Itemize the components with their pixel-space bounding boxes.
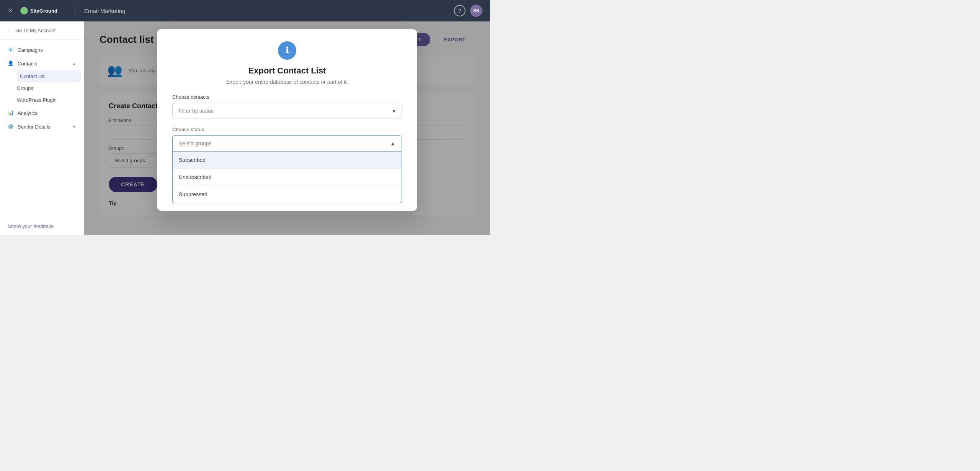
svg-text:SiteGround: SiteGround [30, 8, 57, 14]
modal-overlay[interactable]: ℹ Export Contact List Export your entire… [84, 21, 490, 235]
sidebar-item-analytics[interactable]: 📊 Analytics [0, 106, 84, 120]
go-to-account-label: Go To My Account [15, 28, 56, 33]
filter-by-status-wrapper: Filter by status ▼ [172, 103, 402, 119]
choose-contacts-label: Choose contacts [172, 94, 402, 100]
sidebar: ← Go To My Account 📧 Campaigns 👤 Contact… [0, 21, 84, 235]
svg-point-0 [20, 7, 28, 15]
back-arrow-icon: ← [8, 28, 12, 33]
help-button[interactable]: ? [454, 5, 466, 16]
analytics-icon: 📊 [8, 110, 14, 116]
analytics-label: Analytics [18, 110, 38, 116]
sidebar-nav: 📧 Campaigns 👤 Contacts ▲ Contact list Gr… [0, 40, 84, 217]
go-to-account-link[interactable]: ← Go To My Account [0, 21, 84, 40]
sidebar-item-campaigns[interactable]: 📧 Campaigns [0, 43, 84, 57]
contact-list-label: Contact list [20, 73, 44, 79]
topbar: ✕ SiteGround Email Marketing ? SS [0, 0, 490, 21]
logo: SiteGround [20, 6, 65, 15]
avatar[interactable]: SS [470, 5, 482, 17]
sender-details-label: Sender Details [18, 124, 50, 130]
close-button[interactable]: ✕ [8, 7, 13, 15]
feedback-link[interactable]: Share your feedback [0, 217, 84, 235]
dropdown-item[interactable]: Subscribed [173, 152, 402, 169]
topbar-divider [75, 5, 75, 16]
dropdown-item[interactable]: Unsubscribed [173, 169, 402, 186]
modal-info-icon: ℹ [278, 41, 296, 60]
campaigns-label: Campaigns [18, 47, 43, 53]
wordpress-plugin-label: WordPress Plugin [17, 97, 57, 103]
modal-title: Export Contact List [172, 66, 402, 76]
main-content: Contact list IMPORT EXPORT 👥 You can ass… [84, 21, 490, 235]
layout: ← Go To My Account 📧 Campaigns 👤 Contact… [0, 21, 490, 235]
campaigns-icon: 📧 [8, 47, 14, 53]
select-groups-chevron-icon: ▲ [390, 140, 395, 147]
status-dropdown-list: SubscribedUnsubscribedSuppressed [172, 152, 402, 203]
sidebar-item-groups[interactable]: Groups [17, 82, 84, 94]
choose-status-dropdown-wrapper: Select groups ▲ SubscribedUnsubscribedSu… [172, 135, 402, 203]
select-groups-trigger[interactable]: Select groups ▲ [172, 135, 402, 152]
sender-details-icon: ⚙️ [8, 124, 14, 130]
modal-subtitle: Export your entire database of contacts … [172, 79, 402, 85]
groups-label: Groups [17, 85, 33, 91]
contacts-label: Contacts [18, 61, 37, 67]
contacts-icon: 👤 [8, 60, 14, 67]
dropdown-item[interactable]: Suppressed [173, 186, 402, 203]
sender-details-chevron-icon: ▼ [72, 124, 76, 129]
siteground-logo-svg: SiteGround [20, 6, 65, 15]
contacts-chevron-icon: ▲ [72, 61, 76, 66]
topbar-title: Email Marketing [84, 8, 126, 14]
modal-icon-wrap: ℹ [172, 41, 402, 60]
sidebar-item-sender-details[interactable]: ⚙️ Sender Details ▼ [0, 120, 84, 134]
filter-by-status-select[interactable]: Filter by status [172, 103, 402, 119]
select-groups-placeholder: Select groups [179, 140, 212, 147]
sidebar-item-contacts[interactable]: 👤 Contacts ▲ [0, 57, 84, 70]
export-modal: ℹ Export Contact List Export your entire… [157, 29, 417, 211]
sidebar-item-wordpress-plugin[interactable]: WordPress Plugin [17, 94, 84, 106]
choose-status-label: Choose status [172, 127, 402, 132]
sidebar-sub-contacts: Contact list Groups WordPress Plugin [0, 70, 84, 106]
sidebar-item-contact-list[interactable]: Contact list [17, 70, 81, 82]
